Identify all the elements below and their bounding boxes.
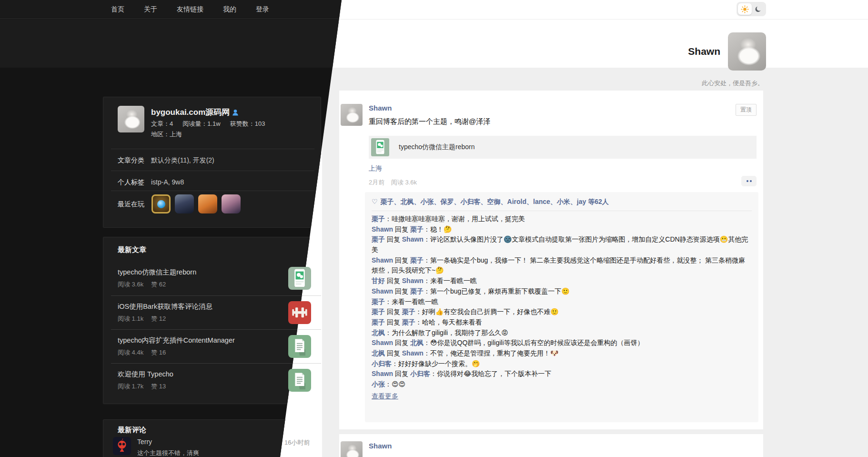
comment-text: ：好好好像缺少一个搜索。🤭 xyxy=(392,360,480,367)
reply-target-link[interactable]: 栗子 xyxy=(402,308,415,315)
comment-author-link[interactable]: 北枫 xyxy=(372,349,385,357)
reply-target-link[interactable]: Shawn xyxy=(402,277,424,284)
nav-item-3[interactable]: 我的 xyxy=(223,5,236,14)
comment-text: ：你说得对😂我给忘了，下个版本补一下 xyxy=(430,370,551,377)
reply-label: 回复 xyxy=(395,256,408,264)
nav-item-1[interactable]: 关于 xyxy=(144,5,157,14)
skull-avatar-icon xyxy=(113,437,131,455)
comment-author-link[interactable]: Shawn xyxy=(372,225,393,233)
nav-item-4[interactable]: 登录 xyxy=(256,5,269,14)
post-meta: 2月前 阅读 3.6k xyxy=(369,178,417,187)
article-list-item[interactable]: typecho仿微信主题reborn阅读 3.6k赞 62 xyxy=(111,261,321,295)
region-label: 地区 xyxy=(151,131,163,138)
comment-author-link[interactable]: 栗子 xyxy=(372,318,385,326)
nav-item-2[interactable]: 友情链接 xyxy=(177,5,203,14)
reply-target-link[interactable]: 北枫 xyxy=(410,339,424,346)
post2-author-name[interactable]: Shawn xyxy=(369,442,392,450)
post-comment: Shawn 回复 栗子：第一条确实是个bug，我修一下！ 第二条主要我感觉这个略… xyxy=(372,255,752,276)
profile-card-separator xyxy=(111,171,314,171)
comment-author-link[interactable]: Shawn xyxy=(372,256,393,264)
likes-comments-divider xyxy=(372,211,752,211)
comment-author-link[interactable]: 栗子 xyxy=(372,298,385,305)
comment-text: ：😳你是说QQ群吗，giligili等我以后有空的时候应该还是会重构的（画饼） xyxy=(424,339,644,346)
comment-author-link[interactable]: 小张 xyxy=(372,380,385,388)
comment-text: ：第一条确实是个bug，我修一下！ 第二条主要我感觉这个略缩图还是手动配好看些，… xyxy=(372,256,745,274)
article-meta: 阅读 3.6k赞 62 xyxy=(118,280,166,289)
post-comment: Shawn 回复 北枫：😳你是说QQ群吗，giligili等我以后有空的时候应该… xyxy=(372,338,752,348)
menu-dot-icon xyxy=(750,180,752,182)
reply-label: 回复 xyxy=(387,308,400,315)
post-menu-button[interactable] xyxy=(741,176,757,186)
sidebar-profile-name: bygoukai.com源码网 xyxy=(151,107,239,118)
article-meta: 阅读 1.1k赞 12 xyxy=(118,315,166,323)
reply-target-link[interactable]: 栗子 xyxy=(410,256,424,264)
reply-label: 回复 xyxy=(387,349,400,357)
post-link-card[interactable]: typecho仿微信主题reborn xyxy=(369,136,757,159)
commenter-name[interactable]: Terry xyxy=(137,438,152,446)
sun-icon xyxy=(741,5,749,13)
reply-label: 回复 xyxy=(387,318,400,326)
comment-author-link[interactable]: 栗子 xyxy=(372,235,385,243)
pinned-badge: 置顶 xyxy=(736,104,757,116)
reply-target-link[interactable]: Shawn xyxy=(402,349,424,357)
comment-author-link[interactable]: 北枫 xyxy=(372,329,385,336)
tags-label: 个人标签 xyxy=(118,178,144,187)
profile-card-separator xyxy=(111,149,314,149)
comment-author-link[interactable]: Shawn xyxy=(372,370,393,377)
post-comment: 北枫 回复 Shawn：不管，俺还是管理捏，重构了俺要先用！🐶 xyxy=(372,348,752,359)
comment-author-link[interactable]: 小归客 xyxy=(372,360,392,367)
post-comment: Shawn 回复 小归客：你说得对😂我给忘了，下个版本补一下 xyxy=(372,369,752,379)
reply-label: 回复 xyxy=(395,225,408,233)
article-reads: 阅读 1.7k xyxy=(118,382,143,391)
reply-target-link[interactable]: 栗子 xyxy=(402,318,415,326)
sidebar-profile-avatar xyxy=(118,106,144,132)
likes-names[interactable]: 栗子、北枫、小张、保罗、小归客、空御、Airold、lance、小米、jay 等… xyxy=(381,198,609,205)
article-likes: 赞 13 xyxy=(151,382,166,391)
game-blue-icon xyxy=(175,194,194,213)
dumbbell-thumb-icon xyxy=(288,301,311,324)
game-orange-icon xyxy=(198,194,217,213)
comment-text: ：不管，俺还是管理捏，重构了俺要先用！🐶 xyxy=(424,349,558,357)
comment-author-link[interactable]: 栗子 xyxy=(372,215,385,223)
moon-icon xyxy=(755,6,762,13)
reply-target-link[interactable]: 栗子 xyxy=(410,225,424,233)
view-more-link[interactable]: 查看更多 xyxy=(372,392,398,401)
light-mode-button[interactable] xyxy=(738,3,752,15)
categories-value[interactable]: 默认分类(11), 开发(2) xyxy=(151,156,214,165)
comment-author-link[interactable]: 栗子 xyxy=(372,308,385,315)
comment-text: ：稳！🤔 xyxy=(424,225,452,233)
post-comment: 栗子 回复 栗子：哈哈，每天都来看看 xyxy=(372,317,752,328)
categories-label: 文章分类 xyxy=(118,156,144,165)
article-meta: 阅读 1.7k赞 13 xyxy=(118,382,166,391)
reply-target-link[interactable]: 栗子 xyxy=(410,287,424,295)
post2-author-avatar[interactable] xyxy=(341,441,363,457)
comment-author-link[interactable]: Shawn xyxy=(372,339,393,346)
article-list-item[interactable]: 欢迎使用 Typecho阅读 1.7k赞 13 xyxy=(111,363,321,397)
reply-target-link[interactable]: Shawn xyxy=(402,235,424,243)
comment-author-link[interactable]: 甘好 xyxy=(372,277,385,284)
nav-item-0[interactable]: 首页 xyxy=(111,5,124,14)
article-list-item[interactable]: typecho内容扩充插件ContentManager阅读 4.4k赞 16 xyxy=(111,329,321,364)
post-comment: 栗子：来看一看瞧一瞧 xyxy=(372,297,752,307)
article-list-item[interactable]: iOS使用Bark获取博客评论消息阅读 1.1k赞 12 xyxy=(111,295,321,330)
post-location-link[interactable]: 上海 xyxy=(369,164,382,173)
profile-stat-value: 103 xyxy=(255,120,265,127)
profile-stat: 获赞数：103 xyxy=(230,120,265,128)
post-card: Shawn 置顶 重回博客后的第一个主题，鸣谢@泽泽 typecho仿微信主题r… xyxy=(339,91,763,429)
playing-label: 最近在玩 xyxy=(118,200,144,209)
reply-label: 回复 xyxy=(387,277,400,284)
dark-mode-button[interactable] xyxy=(752,3,765,15)
comment-time: 16小时前 xyxy=(284,438,310,447)
post-author-name[interactable]: Shawn xyxy=(369,104,392,112)
comment-author-link[interactable]: Shawn xyxy=(372,287,393,295)
recent-games xyxy=(151,194,241,213)
post-author-avatar[interactable] xyxy=(341,104,363,126)
article-likes: 赞 12 xyxy=(151,315,166,323)
sidebar-profile-name-text: bygoukai.com源码网 xyxy=(151,107,230,118)
post-time: 2月前 xyxy=(369,179,384,186)
game-pink-icon xyxy=(222,194,241,213)
commenter-text[interactable]: 这个主题很不错，清爽 xyxy=(137,449,199,457)
profile-stat-label: 获赞数 xyxy=(230,120,249,127)
reply-target-link[interactable]: 小归客 xyxy=(410,370,430,377)
article-reads: 阅读 3.6k xyxy=(118,280,143,289)
